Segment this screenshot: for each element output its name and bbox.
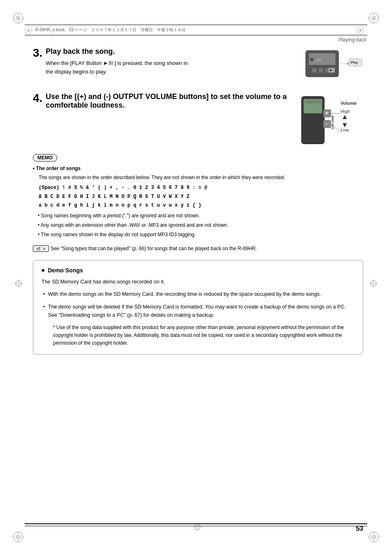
volume-device-illustration: + - VOLUME Volume High Low [300, 92, 363, 146]
svg-text:+: + [325, 110, 328, 116]
svg-text:REC: REC [316, 59, 322, 62]
step3-number: 3. [33, 47, 42, 59]
demo-bullet1: With the demo songs on the SD Memory Car… [48, 290, 355, 299]
svg-marker-41 [343, 123, 347, 127]
play-device-illustration: REC Play [304, 47, 363, 80]
bottom-center-mark [193, 523, 201, 532]
corner-mark-br [368, 531, 380, 543]
header-file-info: R-09HR_e.book 53 ページ ２００７年１２月１７日 月曜日 午後２… [35, 27, 357, 33]
step3-desc-line1: When the [PLAY Button ►/II ] is pressed,… [46, 60, 188, 66]
svg-text:Volume: Volume [341, 101, 357, 106]
corner-mark-tl [12, 12, 24, 24]
memo-section: MEMO • The order of songs The songs are … [33, 154, 363, 239]
cf-tag: cf. [33, 245, 49, 252]
svg-text:Play: Play [350, 60, 358, 64]
step3-title: Play back the song. [46, 47, 297, 56]
svg-text:Low: Low [341, 127, 349, 132]
memo-bullet-title: • The order of songs [33, 165, 363, 173]
header-reg-mark: ⊕ [25, 26, 32, 34]
playing-back-label: Playing back [339, 37, 367, 43]
header-bar: ⊕ R-09HR_e.book 53 ページ ２００７年１２月１７日 月曜日 午… [25, 25, 367, 35]
memo-order-line1: (Space) ! # S % & ' ( ) + , - . 0 1 2 3 … [39, 184, 363, 192]
header-reg-mark-right: ⊕ [357, 26, 364, 34]
memo-content: • The order of songs The songs are shown… [33, 165, 363, 239]
svg-rect-18 [312, 68, 317, 73]
demo-songs-title: Demo Songs [42, 267, 355, 274]
memo-order-line3: a b c d e f g h i j k l m n o p q r s t … [39, 202, 363, 210]
demo-songs-content: The SD Memory Card has demo songs record… [42, 278, 355, 348]
corner-mark-tr [368, 12, 380, 24]
memo-bullet3: • Any songs with an extension other than… [38, 221, 363, 229]
cf-text: See "Song types that can be played" (p. … [51, 246, 257, 251]
svg-text:High: High [341, 109, 350, 114]
main-content: 3. Play back the song. When the [PLAY Bu… [33, 47, 363, 355]
memo-bullet2: • Song names beginning with a period (".… [38, 212, 363, 220]
demo-note: * Use of the song data supplied with thi… [53, 324, 355, 348]
step3-desc-line2: the display begins to play. [46, 69, 107, 75]
svg-text:-: - [325, 121, 327, 127]
step4-content: Use the [(+) and (-) OUTPUT VOLUME butto… [46, 92, 293, 113]
step3-description: When the [PLAY Button ►/II ] is pressed,… [46, 59, 297, 76]
demo-intro: The SD Memory Card has demo songs record… [42, 278, 355, 286]
svg-point-21 [310, 58, 314, 61]
svg-marker-39 [343, 115, 347, 119]
memo-bullet4: • The song names shown in the display do… [38, 231, 363, 239]
step4-section: 4. Use the [(+) and (-) OUTPUT VOLUME bu… [33, 92, 363, 146]
step3-content: Play back the song. When the [PLAY Butto… [46, 47, 297, 76]
step3-section: 3. Play back the song. When the [PLAY Bu… [33, 47, 363, 80]
svg-rect-19 [318, 68, 323, 73]
step4-number: 4. [33, 92, 42, 104]
corner-mark-bl [12, 531, 24, 543]
svg-text:VOLUME: VOLUME [331, 115, 334, 129]
memo-bullet-desc: The songs are shown in the order describ… [39, 174, 363, 182]
cf-section: cf. See "Song types that can be played" … [33, 245, 363, 254]
page-number: 53 [356, 525, 363, 532]
left-mid-mark [14, 279, 23, 289]
memo-order-line2: A B C D E F G H I J K L M N O P Q R S T … [39, 193, 363, 201]
demo-bullet2: The demo songs will be deleted if the SD… [48, 303, 355, 320]
right-mid-mark [369, 279, 378, 289]
step4-title: Use the [(+) and (-) OUTPUT VOLUME butto… [46, 92, 293, 110]
memo-tag: MEMO [33, 154, 57, 161]
svg-rect-31 [305, 100, 321, 104]
demo-songs-box: Demo Songs The SD Memory Card has demo s… [33, 260, 363, 355]
